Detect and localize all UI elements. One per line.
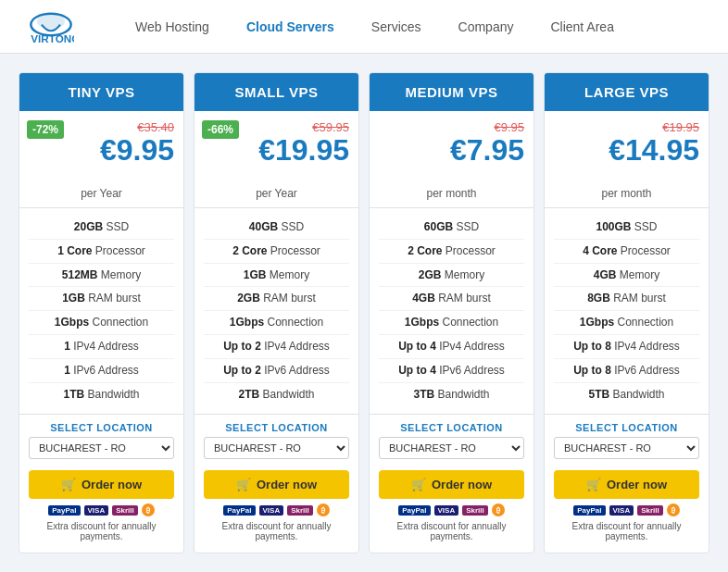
current-price-2: €7.95 (379, 134, 524, 167)
nav-client-area[interactable]: Client Area (550, 19, 613, 34)
feature-row: 2TB Bandwidth (204, 383, 349, 406)
pricing-card-0: TINY VPS-72%€35.40€9.95per Year20GB SSD1… (19, 72, 184, 553)
feature-highlight: Up to 2 (223, 364, 261, 377)
order-button-2[interactable]: 🛒Order now (379, 470, 524, 499)
feature-highlight: 5TB (588, 388, 609, 401)
feature-highlight: 8GB (587, 292, 610, 305)
price-period-0: per Year (19, 185, 183, 208)
paypal-icon: PayPal (223, 505, 255, 516)
payment-icons-2: PayPal VISA Skrill ₿ (379, 504, 524, 516)
order-button-1[interactable]: 🛒Order now (204, 470, 349, 499)
card-title-3: LARGE VPS (545, 73, 709, 111)
feature-highlight: 2TB (238, 388, 259, 401)
order-label-3: Order now (607, 478, 667, 491)
feature-row: 60GB SSD (379, 216, 524, 240)
order-button-0[interactable]: 🛒Order now (29, 470, 174, 499)
order-section-3: 🛒Order now PayPal VISA Skrill ₿ Extra di… (545, 463, 709, 553)
feature-row: Up to 8 IPv4 Address (554, 335, 699, 359)
feature-row: 2 Core Processor (379, 240, 524, 264)
original-price-2: €9.95 (379, 120, 524, 134)
card-features-3: 100GB SSD4 Core Processor4GB Memory8GB R… (545, 208, 709, 414)
feature-highlight: 1 (64, 364, 70, 377)
visa-icon: VISA (609, 505, 634, 516)
feature-row: 2 Core Processor (204, 240, 349, 264)
location-select-2[interactable]: BUCHAREST - RO (379, 437, 524, 459)
skrill-icon: Skrill (112, 505, 138, 516)
feature-highlight: 1Gbps (405, 316, 439, 329)
payment-icons-0: PayPal VISA Skrill ₿ (29, 504, 174, 516)
feature-highlight: 1Gbps (580, 316, 614, 329)
cart-icon: 🛒 (586, 478, 601, 491)
feature-row: 40GB SSD (204, 216, 349, 240)
bitcoin-icon: ₿ (317, 504, 330, 516)
feature-row: 1 Core Processor (29, 240, 174, 264)
feature-highlight: 1GB (244, 268, 267, 281)
card-price-area-1: -66%€59.95€19.95 (195, 111, 358, 185)
feature-row: 1Gbps Connection (379, 311, 524, 335)
feature-row: 2GB Memory (379, 264, 524, 288)
nav-company[interactable]: Company (458, 19, 514, 34)
feature-highlight: 1TB (63, 388, 84, 401)
svg-text:VIRTONO: VIRTONO (31, 32, 74, 44)
location-select-3[interactable]: BUCHAREST - RO (554, 437, 699, 459)
card-features-2: 60GB SSD2 Core Processor2GB Memory4GB RA… (370, 208, 533, 414)
feature-highlight: Up to 4 (398, 364, 436, 377)
feature-highlight: 2 Core (408, 244, 442, 257)
card-price-area-3: €19.95€14.95 (545, 111, 709, 185)
order-section-0: 🛒Order now PayPal VISA Skrill ₿ Extra di… (19, 463, 183, 553)
nav-web-hosting[interactable]: Web Hosting (135, 19, 209, 34)
feature-row: 4 Core Processor (554, 240, 699, 264)
bitcoin-icon: ₿ (142, 504, 155, 516)
bitcoin-icon: ₿ (492, 504, 505, 516)
feature-row: Up to 4 IPv4 Address (379, 335, 524, 359)
pricing-card-3: LARGE VPS€19.95€14.95per month100GB SSD4… (544, 72, 709, 553)
feature-highlight: 1 Core (57, 244, 92, 257)
location-section-3: SELECT LOCATIONBUCHAREST - RO (545, 414, 709, 463)
location-section-0: SELECT LOCATIONBUCHAREST - RO (19, 414, 183, 463)
card-price-area-0: -72%€35.40€9.95 (19, 111, 183, 185)
location-label-3: SELECT LOCATION (554, 422, 699, 433)
feature-highlight: 60GB (424, 220, 453, 233)
feature-highlight: 4 Core (583, 244, 617, 257)
discount-badge-1: -66% (202, 120, 239, 139)
logo[interactable]: VIRTONO (28, 6, 80, 47)
feature-row: 2GB RAM burst (204, 287, 349, 311)
order-label-1: Order now (257, 478, 317, 491)
visa-icon: VISA (434, 505, 459, 516)
card-price-area-2: €9.95€7.95 (370, 111, 533, 185)
feature-row: 3TB Bandwidth (379, 383, 524, 406)
header: VIRTONO Web Hosting Cloud Servers Servic… (0, 0, 728, 54)
nav-cloud-servers[interactable]: Cloud Servers (246, 19, 334, 34)
feature-row: 20GB SSD (29, 216, 174, 240)
location-select-1[interactable]: BUCHAREST - RO (204, 437, 349, 459)
location-select-0[interactable]: BUCHAREST - RO (29, 437, 174, 459)
pricing-section: TINY VPS-72%€35.40€9.95per Year20GB SSD1… (0, 54, 728, 572)
price-period-1: per Year (195, 185, 358, 208)
price-period-3: per month (545, 185, 709, 208)
feature-highlight: 3TB (413, 388, 434, 401)
feature-highlight: 100GB (596, 220, 631, 233)
feature-highlight: Up to 8 (573, 340, 611, 353)
feature-row: Up to 8 IPv6 Address (554, 359, 699, 383)
paypal-icon: PayPal (573, 505, 605, 516)
feature-highlight: 2 Core (232, 244, 267, 257)
original-price-3: €19.95 (554, 120, 699, 134)
feature-highlight: 1 (64, 340, 70, 353)
feature-row: 1GB RAM burst (29, 287, 174, 311)
svg-point-1 (37, 13, 65, 29)
feature-row: 512MB Memory (29, 264, 174, 288)
payment-icons-1: PayPal VISA Skrill ₿ (204, 504, 349, 516)
skrill-icon: Skrill (287, 505, 313, 516)
card-features-0: 20GB SSD1 Core Processor512MB Memory1GB … (19, 208, 183, 414)
current-price-3: €14.95 (554, 134, 699, 167)
order-label-0: Order now (82, 478, 142, 491)
card-title-0: TINY VPS (19, 73, 183, 111)
feature-highlight: 1GB (62, 292, 85, 305)
feature-row: 1 IPv6 Address (29, 359, 174, 383)
nav-services[interactable]: Services (371, 19, 421, 34)
cart-icon: 🛒 (411, 478, 426, 491)
order-button-3[interactable]: 🛒Order now (554, 470, 699, 499)
location-label-0: SELECT LOCATION (29, 422, 174, 433)
feature-row: 8GB RAM burst (554, 287, 699, 311)
current-price-0: €9.95 (29, 134, 174, 167)
